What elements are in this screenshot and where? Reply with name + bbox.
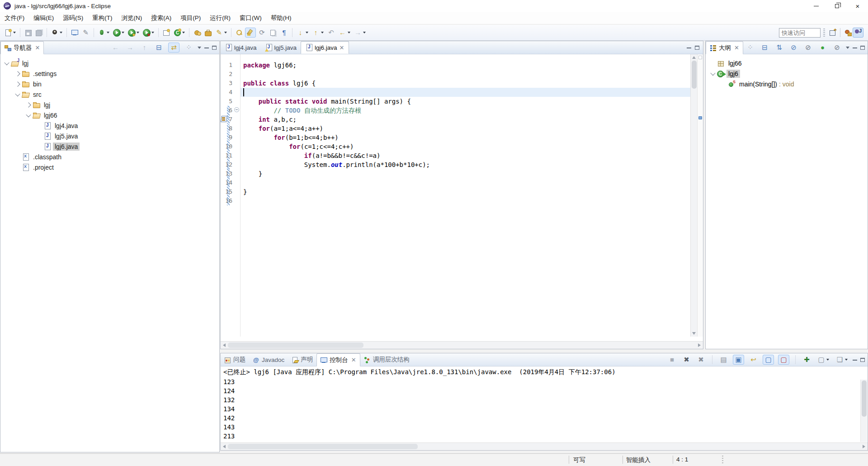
link-with-editor-icon[interactable]: ⇄ — [168, 43, 179, 52]
scrollbar-thumb[interactable] — [228, 444, 418, 449]
show-on-stdout-icon[interactable]: ▢ — [763, 355, 774, 365]
dropdown-arrow-icon[interactable] — [306, 32, 308, 33]
overview-task-marker[interactable] — [698, 116, 702, 119]
hide-fields-icon[interactable]: ⊘ — [788, 43, 799, 52]
console-tab-问题[interactable]: 问题 — [221, 353, 249, 366]
scroll-up-icon[interactable] — [692, 56, 696, 59]
debug-icon[interactable] — [97, 28, 111, 37]
new-class-icon[interactable] — [172, 28, 186, 37]
scrollbar-thumb[interactable] — [228, 342, 363, 348]
maximize-view-icon[interactable] — [860, 358, 865, 362]
close-icon[interactable]: ✕ — [35, 44, 40, 51]
editor-tab-lgj4.java[interactable]: lgj4.java — [221, 41, 261, 54]
open-mark-pen-icon[interactable]: ✎ — [80, 28, 91, 37]
tree-item-lgj66[interactable]: lgj66 — [0, 110, 219, 120]
minimize-view-icon[interactable] — [853, 47, 857, 48]
dropdown-arrow-icon[interactable] — [363, 32, 366, 33]
search-icon[interactable] — [234, 28, 244, 37]
dropdown-arrow-icon[interactable] — [60, 32, 62, 33]
menu-A[interactable]: 搜索(A) — [146, 12, 176, 24]
save-all-icon[interactable] — [34, 28, 44, 37]
minimize-button[interactable] — [806, 0, 826, 12]
show-on-stderr-icon[interactable]: ▢ — [778, 355, 789, 365]
dropdown-arrow-icon[interactable] — [348, 32, 350, 33]
restore-button[interactable] — [826, 0, 847, 12]
close-button[interactable]: × — [847, 0, 868, 12]
editor-tab-lgj6.java[interactable]: lgj6.java✕ — [301, 41, 349, 54]
maximize-view-icon[interactable] — [212, 46, 217, 50]
view-menu-icon[interactable] — [198, 47, 201, 49]
filters-icon[interactable]: ⁘ — [184, 43, 194, 52]
menu-F[interactable]: 文件(F) — [0, 12, 29, 24]
display-selected-console-icon[interactable]: ▢ — [816, 355, 830, 364]
scrollbar-thumb[interactable] — [692, 61, 697, 89]
tree-item-dot-project[interactable]: .project — [0, 162, 219, 172]
minimize-view-icon[interactable] — [687, 47, 691, 48]
dropdown-arrow-icon[interactable] — [826, 359, 829, 361]
focus-icon[interactable]: ⁘ — [745, 43, 755, 52]
twisty-down-icon[interactable] — [710, 70, 715, 75]
console-horizontal-scrollbar[interactable] — [221, 442, 868, 450]
java-perspective-button[interactable] — [853, 28, 863, 38]
menu-P[interactable]: 项目(P) — [176, 12, 205, 24]
scrollbar-thumb[interactable] — [862, 380, 867, 417]
coverage-icon[interactable] — [142, 28, 156, 37]
maximize-view-icon[interactable] — [860, 46, 865, 50]
dropdown-arrow-icon[interactable] — [137, 32, 139, 33]
close-icon[interactable]: ✕ — [340, 44, 344, 51]
overview-ruler[interactable] — [697, 54, 703, 337]
tree-item-lgj6.java[interactable]: lgj6.java — [0, 141, 219, 152]
outline-item-lgj66[interactable]: lgj66 — [706, 58, 868, 68]
menu-N[interactable]: 浏览(N) — [117, 12, 147, 24]
tab-outline[interactable]: 大纲 ✕ — [706, 41, 743, 54]
run-history-icon[interactable] — [127, 28, 141, 37]
dropdown-arrow-icon[interactable] — [151, 32, 154, 33]
twisty-down-icon[interactable] — [4, 60, 9, 65]
outline-item-mainString[interactable]: main(String[]) : void — [706, 79, 868, 89]
pin-console-icon[interactable]: ✚ — [802, 355, 812, 364]
twisty-down-icon[interactable] — [26, 112, 31, 117]
capture-screenshot-icon[interactable] — [203, 28, 213, 37]
minimize-view-icon[interactable] — [853, 359, 857, 361]
collapse-all-icon[interactable]: ⊟ — [760, 43, 770, 52]
editor-ruler[interactable]: 12345678910111213141516 — [221, 54, 241, 337]
tree-item-lgj[interactable]: lgj — [0, 58, 219, 68]
view-menu-icon[interactable] — [846, 47, 849, 49]
last-edit-location-icon[interactable]: ↶ — [326, 28, 336, 37]
save-icon[interactable] — [23, 28, 33, 37]
scroll-left-icon[interactable] — [223, 343, 226, 347]
sort-icon[interactable]: ⇅ — [774, 43, 784, 52]
dropdown-arrow-icon[interactable] — [107, 32, 109, 33]
mark-occurrences-icon[interactable] — [245, 28, 256, 38]
tree-item-src[interactable]: src — [0, 89, 219, 100]
scroll-right-icon[interactable] — [698, 343, 701, 347]
code-area[interactable]: package lgj66;public class lgj6 { public… — [241, 54, 690, 337]
editor-tab-lgj5.java[interactable]: lgj5.java — [261, 41, 301, 54]
close-icon[interactable]: ✕ — [351, 357, 356, 363]
previous-annotation-icon[interactable]: ↑ — [311, 28, 325, 37]
show-selected-only-icon[interactable] — [268, 28, 278, 37]
editor-vertical-scrollbar[interactable] — [690, 54, 697, 337]
minimize-view-icon[interactable] — [204, 47, 209, 48]
twisty-right-icon[interactable] — [26, 102, 31, 107]
twisty-right-icon[interactable] — [15, 81, 20, 86]
dropdown-arrow-icon[interactable] — [224, 32, 227, 33]
new-wizard-icon[interactable] — [3, 28, 17, 37]
menu-T[interactable]: 重构(T) — [88, 12, 117, 24]
twisty-right-icon[interactable] — [15, 71, 20, 76]
tree-item-lgj4.java[interactable]: lgj4.java — [0, 120, 219, 131]
refresh-icon[interactable]: ⟳ — [257, 28, 267, 37]
menu-S[interactable]: 源码(S) — [58, 12, 88, 24]
hide-non-public-icon[interactable]: ● — [817, 43, 828, 52]
show-whitespace-icon[interactable]: ¶ — [279, 28, 289, 37]
remove-launch-icon[interactable]: ✖ — [681, 355, 692, 364]
fold-collapse-icon[interactable] — [234, 107, 239, 112]
annotate-icon[interactable]: ✎ — [214, 28, 228, 37]
word-wrap-icon[interactable]: ↩ — [748, 355, 759, 364]
resource-perspective-button[interactable] — [843, 28, 853, 37]
open-console-view-icon[interactable] — [70, 28, 80, 37]
open-task-icon[interactable] — [192, 28, 202, 37]
console-tab-调用层次结构[interactable]: 调用层次结构 — [360, 353, 413, 366]
tree-item-dot-classpath[interactable]: .classpath — [0, 152, 219, 162]
tree-item-bin[interactable]: bin — [0, 79, 219, 89]
